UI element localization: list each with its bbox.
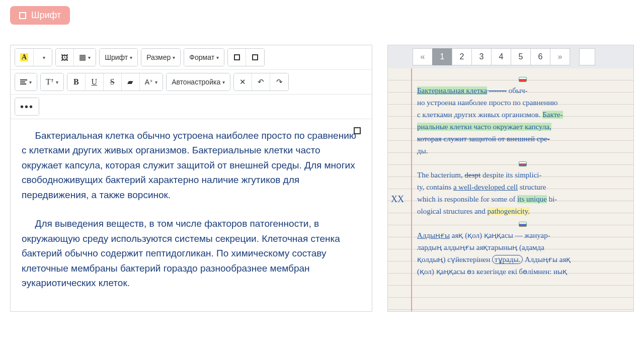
square-icon bbox=[252, 54, 258, 60]
pager-prev[interactable]: « bbox=[413, 48, 433, 65]
flag-icon bbox=[519, 222, 527, 227]
font-button[interactable]: Шрифт bbox=[10, 6, 70, 25]
handwriting-text: Бактериальная клетка ------- обыч- но ус… bbox=[417, 72, 628, 278]
pager-page-1[interactable]: 1 bbox=[432, 48, 452, 65]
scan-panel: « 1 2 3 4 5 6 » XX Бактериальная клетка … bbox=[387, 45, 634, 312]
scan-body[interactable]: XX Бактериальная клетка ------- обыч- но… bbox=[388, 68, 633, 311]
editor-paragraph-1[interactable]: Бактериальная клетка обычно устроена наи… bbox=[22, 128, 361, 202]
redo-button[interactable]: ↷ bbox=[270, 73, 288, 91]
expand-icon: ✕ bbox=[239, 77, 246, 86]
box1-button[interactable] bbox=[228, 49, 246, 66]
size-dropdown[interactable]: Размер bbox=[141, 49, 180, 66]
text-highlight-button[interactable]: A bbox=[15, 49, 34, 66]
superscript-button[interactable]: A⁺ bbox=[140, 73, 163, 91]
eraser-icon: ▰ bbox=[127, 77, 133, 86]
font-button-label: Шрифт bbox=[31, 10, 61, 21]
pager-next[interactable]: » bbox=[550, 48, 570, 65]
pager-input[interactable] bbox=[579, 48, 595, 65]
highlight-dropdown[interactable] bbox=[34, 49, 52, 66]
align-icon bbox=[20, 79, 27, 84]
pager: « 1 2 3 4 5 6 » bbox=[388, 45, 633, 68]
undo-button[interactable]: ↶ bbox=[252, 73, 270, 91]
corner-marker-icon bbox=[354, 127, 361, 134]
font-dropdown[interactable]: Шрифт bbox=[100, 49, 137, 66]
redo-icon: ↷ bbox=[276, 77, 283, 86]
pager-page-5[interactable]: 5 bbox=[511, 48, 531, 65]
editor-panel: A 🖼 ▦ Шрифт Размер Формат Tꜛ B U S ▰ bbox=[10, 45, 372, 312]
eraser-button[interactable]: ▰ bbox=[122, 73, 140, 91]
box2-button[interactable] bbox=[246, 49, 264, 66]
toolbar-row-2: Tꜛ B U S ▰ A⁺ Автонастройка ✕ ↶ ↷ bbox=[11, 70, 372, 95]
margin-note-xx: XX bbox=[391, 194, 404, 205]
editor-paragraph-2[interactable]: Для выведения веществ, в том числе факто… bbox=[22, 216, 361, 290]
square-icon bbox=[234, 54, 240, 60]
flag-icon bbox=[519, 161, 527, 166]
editor-body[interactable]: Бактериальная клетка обычно устроена наи… bbox=[11, 119, 372, 311]
strike-button[interactable]: S bbox=[104, 73, 122, 91]
image-icon: 🖼 bbox=[61, 53, 68, 62]
autotune-dropdown[interactable]: Автонастройка bbox=[167, 73, 230, 91]
bold-button[interactable]: B bbox=[67, 73, 86, 91]
pager-page-4[interactable]: 4 bbox=[491, 48, 511, 65]
format-dropdown[interactable]: Формат bbox=[184, 49, 224, 66]
more-button[interactable]: ••• bbox=[15, 98, 39, 115]
toolbar-row-1: A 🖼 ▦ Шрифт Размер Формат bbox=[11, 45, 372, 70]
toolbar-row-3: ••• bbox=[11, 95, 372, 119]
textcase-dropdown[interactable]: Tꜛ bbox=[41, 73, 63, 91]
underline-button[interactable]: U bbox=[86, 73, 104, 91]
flag-icon bbox=[519, 77, 527, 82]
pager-page-2[interactable]: 2 bbox=[452, 48, 472, 65]
image-button[interactable]: 🖼 bbox=[56, 49, 74, 66]
table-button[interactable]: ▦ bbox=[74, 49, 96, 66]
pager-page-6[interactable]: 6 bbox=[530, 48, 550, 65]
fullscreen-button[interactable]: ✕ bbox=[234, 73, 252, 91]
undo-icon: ↶ bbox=[258, 77, 264, 86]
pager-page-3[interactable]: 3 bbox=[471, 48, 492, 65]
align-dropdown[interactable] bbox=[15, 73, 37, 91]
table-icon: ▦ bbox=[79, 53, 86, 62]
square-icon bbox=[19, 12, 26, 19]
main-panels: A 🖼 ▦ Шрифт Размер Формат Tꜛ B U S ▰ bbox=[0, 25, 644, 312]
